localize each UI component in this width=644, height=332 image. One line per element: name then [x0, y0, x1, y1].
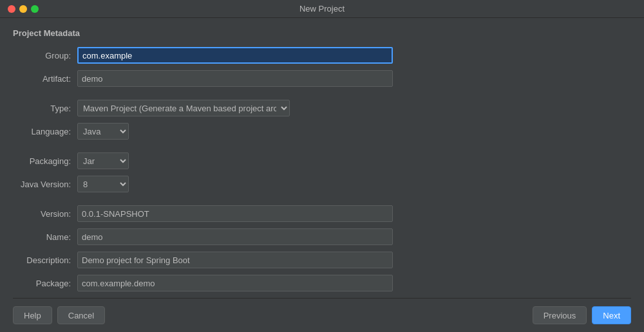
language-row: Language: Java Kotlin Groovy — [13, 123, 631, 140]
java-version-row: Java Version: 8 11 17 21 — [13, 176, 631, 192]
description-label: Description: — [13, 255, 77, 265]
minimize-button[interactable] — [19, 5, 27, 13]
version-input[interactable] — [77, 205, 393, 222]
close-button[interactable] — [8, 5, 15, 13]
language-dropdown[interactable]: Java Kotlin Groovy — [77, 123, 129, 140]
packaging-label: Packaging: — [13, 156, 77, 166]
group-input[interactable] — [77, 47, 393, 64]
packaging-row: Packaging: Jar War — [13, 152, 631, 169]
artifact-input[interactable] — [77, 70, 393, 87]
window-title: New Project — [299, 4, 345, 14]
name-label: Name: — [13, 232, 77, 242]
description-input[interactable] — [77, 252, 393, 268]
help-button[interactable]: Help — [13, 306, 52, 324]
version-row: Version: — [13, 205, 631, 222]
footer-right: Previous Next — [533, 306, 631, 324]
type-label: Type: — [13, 104, 77, 113]
artifact-row: Artifact: — [13, 70, 631, 87]
version-label: Version: — [13, 209, 77, 219]
footer-left: Help Cancel — [13, 306, 105, 324]
group-row: Group: — [13, 47, 631, 64]
package-input[interactable] — [77, 275, 393, 291]
name-input[interactable] — [77, 228, 393, 245]
window-controls — [8, 5, 39, 13]
packaging-dropdown[interactable]: Jar War — [77, 152, 129, 169]
java-version-dropdown[interactable]: 8 11 17 21 — [77, 176, 129, 192]
cancel-button[interactable]: Cancel — [57, 306, 105, 324]
package-label: Package: — [13, 279, 77, 288]
description-row: Description: — [13, 252, 631, 268]
type-row: Type: Maven Project (Generate a Maven ba… — [13, 100, 631, 116]
previous-button[interactable]: Previous — [533, 306, 587, 324]
language-label: Language: — [13, 127, 77, 136]
section-title: Project Metadata — [13, 28, 631, 38]
java-version-label: Java Version: — [13, 180, 77, 189]
next-button[interactable]: Next — [592, 306, 631, 324]
maximize-button[interactable] — [31, 5, 39, 13]
title-bar: New Project — [0, 0, 644, 18]
type-row-content: Maven Project (Generate a Maven based pr… — [77, 100, 290, 116]
package-row: Package: — [13, 275, 631, 291]
type-dropdown[interactable]: Maven Project (Generate a Maven based pr… — [77, 100, 290, 116]
dialog-body: Project Metadata Group: Artifact: Type: … — [0, 18, 644, 332]
name-row: Name: — [13, 228, 631, 245]
footer: Help Cancel Previous Next — [13, 298, 631, 324]
form-area: Group: Artifact: Type: Maven Project (Ge… — [13, 47, 631, 298]
group-label: Group: — [13, 51, 77, 60]
artifact-label: Artifact: — [13, 74, 77, 84]
